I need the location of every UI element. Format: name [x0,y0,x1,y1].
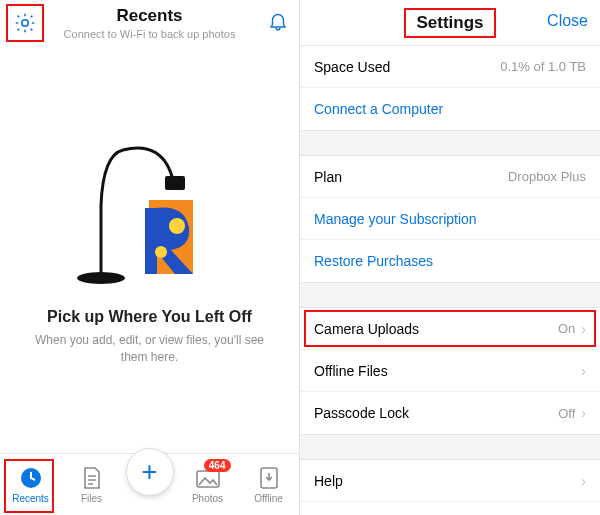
photos-badge: 464 [204,459,231,472]
svg-point-0 [22,20,28,26]
empty-state: Pick up Where You Left Off When you add,… [0,52,299,453]
settings-list: Space Used 0.1% of 1.0 TB Connect a Comp… [300,46,600,515]
connect-computer-label: Connect a Computer [314,101,586,117]
chevron-right-icon: › [581,363,586,379]
row-restore-purchases[interactable]: Restore Purchases [300,240,600,282]
chevron-right-icon: › [581,405,586,421]
settings-gear-button[interactable] [6,4,44,42]
bell-icon [267,10,289,32]
row-connect-computer[interactable]: Connect a Computer [300,88,600,130]
row-space-used: Space Used 0.1% of 1.0 TB [300,46,600,88]
recents-subtitle: Connect to Wi-Fi to back up photos [0,28,299,40]
section-gap [300,130,600,156]
gear-icon [13,11,37,35]
highlight-frame-recents [4,459,54,513]
chevron-right-icon: › [581,321,586,337]
row-camera-uploads[interactable]: Camera Uploads On › [300,308,600,350]
row-help[interactable]: Help › [300,460,600,502]
space-used-value: 0.1% of 1.0 TB [500,59,586,74]
row-offline-files[interactable]: Offline Files › [300,350,600,392]
plan-label: Plan [314,169,508,185]
svg-point-4 [155,246,167,258]
section-gap [300,434,600,460]
recents-pane: Recents Connect to Wi-Fi to back up phot… [0,0,300,515]
tab-offline-label: Offline [254,493,283,504]
row-legal-privacy[interactable]: Legal & Privacy › [300,502,600,515]
row-manage-subscription[interactable]: Manage your Subscription [300,198,600,240]
camera-uploads-value: On [558,321,575,336]
svg-point-3 [169,218,185,234]
notifications-button[interactable] [267,10,289,32]
row-plan: Plan Dropbox Plus [300,156,600,198]
tab-offline[interactable]: Offline [242,465,296,504]
empty-illustration [65,140,235,290]
tab-bar: Recents Files + 464 Photos [0,453,299,515]
settings-pane: Settings Close Space Used 0.1% of 1.0 TB… [300,0,600,515]
recents-title: Recents [0,0,299,26]
plus-icon: + [141,458,157,486]
tab-files[interactable]: Files [65,465,119,504]
empty-headline: Pick up Where You Left Off [47,308,252,326]
passcode-label: Passcode Lock [314,405,558,421]
recents-header: Recents Connect to Wi-Fi to back up phot… [0,0,299,52]
section-gap [300,282,600,308]
svg-rect-1 [165,176,185,190]
camera-uploads-label: Camera Uploads [314,321,558,337]
settings-header: Settings Close [300,0,600,46]
file-icon [81,466,103,490]
empty-subtext: When you add, edit, or view files, you'l… [20,332,279,364]
manage-sub-label: Manage your Subscription [314,211,586,227]
offline-files-label: Offline Files [314,363,575,379]
plan-value: Dropbox Plus [508,169,586,184]
svg-point-2 [77,272,125,284]
chevron-right-icon: › [581,473,586,489]
add-button[interactable]: + [126,448,174,496]
tab-photos[interactable]: 464 Photos [181,465,235,504]
space-used-label: Space Used [314,59,500,75]
help-label: Help [314,473,575,489]
restore-label: Restore Purchases [314,253,586,269]
tab-files-label: Files [81,493,102,504]
passcode-value: Off [558,406,575,421]
download-icon [259,466,279,490]
tab-photos-label: Photos [192,493,223,504]
row-passcode-lock[interactable]: Passcode Lock Off › [300,392,600,434]
close-button[interactable]: Close [547,12,588,30]
settings-title: Settings [404,8,495,38]
